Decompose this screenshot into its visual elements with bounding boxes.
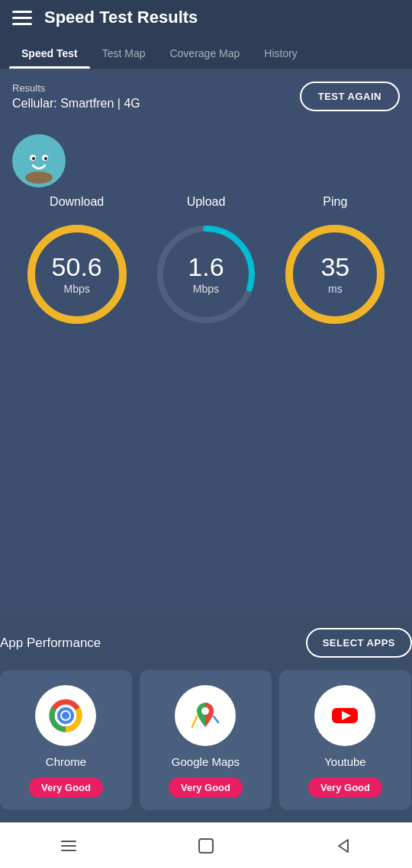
upload-label: Upload [187, 195, 226, 209]
svg-point-20 [201, 707, 209, 715]
top-bar: Speed Test Results [0, 0, 412, 38]
tab-history[interactable]: History [252, 38, 310, 69]
main-content: Results Cellular: Smartfren | 4G TEST AG… [0, 69, 412, 614]
svg-point-5 [44, 157, 47, 160]
speed-section: Download 50.6 Mbps Upload [12, 127, 400, 351]
nav-menu-icon[interactable] [53, 831, 84, 861]
maps-app-badge: Very Good [169, 777, 243, 798]
results-info: Results Cellular: Smartfren | 4G [12, 82, 140, 111]
results-label: Results [12, 82, 140, 94]
upload-unit: Mbps [193, 283, 219, 295]
maps-app-name: Google Maps [172, 755, 240, 768]
svg-point-18 [62, 712, 69, 719]
svg-rect-29 [199, 839, 213, 853]
tab-coverage-map[interactable]: Coverage Map [157, 38, 252, 69]
tab-test-map[interactable]: Test Map [90, 38, 158, 69]
circles-row: Download 50.6 Mbps Upload [12, 195, 400, 328]
bottom-nav [0, 822, 412, 868]
menu-button[interactable] [12, 11, 32, 25]
nav-home-icon[interactable] [191, 831, 221, 861]
app-card-maps: Google Maps Very Good [140, 670, 272, 810]
ping-value: 35 [320, 254, 349, 280]
svg-point-4 [32, 157, 35, 160]
app-card-youtube: Youtube Very Good [279, 670, 411, 810]
download-unit: Mbps [64, 283, 90, 295]
download-value: 50.6 [52, 254, 102, 280]
app-cards-list: Chrome Very Good Google Maps Very Good [0, 670, 412, 810]
ping-circle: 35 ms [282, 221, 388, 328]
upload-value: 1.6 [188, 254, 224, 280]
app-perf-title: App Performance [0, 636, 101, 651]
upload-circle: 1.6 Mbps [153, 221, 259, 328]
youtube-icon [314, 685, 375, 746]
mascot-avatar [12, 134, 66, 187]
svg-point-1 [25, 171, 53, 184]
results-header: Results Cellular: Smartfren | 4G TEST AG… [12, 82, 400, 111]
app-card-chrome: Chrome Very Good [0, 670, 132, 810]
chrome-app-badge: Very Good [29, 777, 103, 798]
youtube-app-name: Youtube [324, 755, 366, 768]
page-title: Speed Test Results [44, 8, 198, 27]
maps-icon [175, 685, 236, 746]
nav-back-icon[interactable] [328, 831, 359, 861]
download-circle: 50.6 Mbps [24, 221, 130, 328]
tab-bar: Speed Test Test Map Coverage Map History [0, 38, 412, 69]
chrome-icon [35, 685, 96, 746]
download-label: Download [50, 195, 104, 209]
svg-marker-30 [339, 840, 348, 852]
chrome-app-name: Chrome [46, 755, 86, 768]
select-apps-button[interactable]: SELECT APPS [306, 628, 412, 658]
ping-item: Ping 35 ms [282, 195, 388, 328]
youtube-app-badge: Very Good [308, 777, 382, 798]
download-item: Download 50.6 Mbps [24, 195, 130, 328]
upload-item: Upload 1.6 Mbps [153, 195, 259, 328]
ping-label: Ping [323, 195, 347, 209]
ping-unit: ms [328, 283, 343, 295]
test-again-button[interactable]: TEST AGAIN [300, 82, 400, 111]
tab-speed-test[interactable]: Speed Test [9, 38, 90, 69]
app-performance-section: App Performance SELECT APPS Chrome [0, 614, 412, 822]
results-carrier: Cellular: Smartfren | 4G [12, 97, 140, 111]
app-perf-header: App Performance SELECT APPS [0, 628, 412, 658]
